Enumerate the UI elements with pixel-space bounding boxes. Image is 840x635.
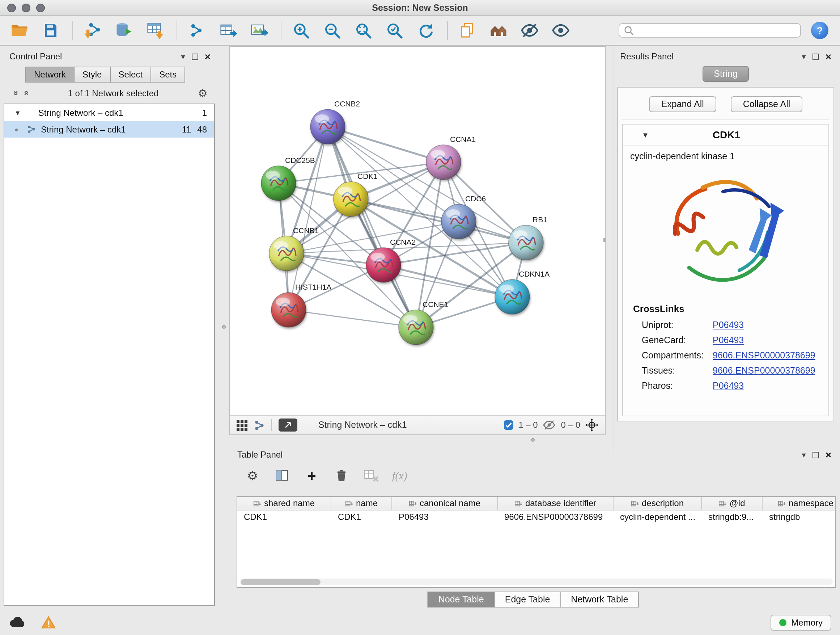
table-settings-button[interactable]: ⚙ (244, 467, 261, 485)
network-node-RB1[interactable]: RB1 (508, 215, 547, 260)
close-panel-icon[interactable]: × (826, 51, 831, 62)
import-table-button[interactable] (144, 19, 166, 41)
collapse-all-networks-icon[interactable]: » (21, 90, 32, 96)
column-header-name[interactable]: name (332, 497, 392, 510)
search-box[interactable] (619, 23, 801, 38)
splitter-handle[interactable] (531, 438, 535, 442)
collection-disclosure-icon[interactable]: ▼ (14, 109, 21, 116)
column-header--id[interactable]: @id (702, 497, 763, 510)
zoom-selected-button[interactable] (384, 19, 405, 41)
float-panel-icon[interactable] (813, 451, 819, 458)
close-window-button[interactable] (7, 4, 16, 12)
table-row[interactable]: CDK1CDK1P064939606.ENSP00000378699cyclin… (237, 510, 835, 524)
apply-function-button[interactable]: f(x) (392, 467, 407, 485)
collapse-panel-icon[interactable]: ▾ (802, 52, 806, 60)
zoom-fit-button[interactable] (352, 19, 374, 41)
table-tab-edge-table[interactable]: Edge Table (494, 592, 561, 608)
export-image-button[interactable] (248, 19, 270, 41)
search-input[interactable] (638, 26, 796, 35)
network-list: ▼ String Network – cdk1 1 ● String Netwo… (4, 103, 215, 606)
scrollbar-thumb[interactable] (241, 579, 321, 585)
duplicate-network-button[interactable] (456, 19, 478, 41)
control-panel-tab-select[interactable]: Select (110, 67, 150, 82)
control-panel-tab-style[interactable]: Style (74, 67, 110, 82)
close-panel-icon[interactable]: × (826, 450, 831, 460)
network-edge[interactable] (328, 127, 444, 162)
open-session-button[interactable] (9, 19, 30, 41)
column-header-canonical-name[interactable]: canonical name (392, 497, 498, 510)
export-table-button[interactable] (217, 19, 239, 41)
warnings-button[interactable] (41, 614, 57, 630)
minimize-window-button[interactable] (22, 4, 30, 12)
node-label: RB1 (532, 215, 547, 224)
collapse-panel-icon[interactable]: ▾ (181, 52, 185, 60)
network-node-HIST1H1A[interactable]: HIST1H1A (271, 283, 332, 327)
expand-all-button[interactable]: Expand All (649, 96, 716, 112)
crosslink-link[interactable]: 9606.ENSP00000378699 (713, 350, 815, 360)
fit-content-crosshair-icon[interactable] (585, 418, 598, 432)
share-nodes-icon (188, 22, 205, 39)
zoom-window-button[interactable] (36, 4, 45, 12)
network-overview-button[interactable] (254, 420, 265, 431)
control-panel: Control Panel ▾ × NetworkStyleSelectSets… (4, 46, 215, 606)
create-column-button[interactable]: + (303, 467, 321, 485)
cloud-status-button[interactable] (9, 614, 26, 631)
protein-disclosure-icon[interactable]: ▼ (642, 131, 649, 139)
memory-button[interactable]: Memory (770, 614, 831, 630)
plus-icon: + (308, 469, 316, 483)
hidden-eye-slash-icon (543, 418, 556, 432)
delete-column-button[interactable] (333, 467, 350, 485)
first-neighbors-button[interactable] (488, 19, 509, 41)
network-node-CDC25B[interactable]: CDC25B (261, 156, 315, 201)
float-panel-icon[interactable] (813, 53, 819, 60)
results-tab-string[interactable]: String (702, 66, 749, 82)
crosslink-link[interactable]: 9606.ENSP00000378699 (713, 365, 815, 375)
network-edge[interactable] (351, 199, 526, 242)
export-network-view-button[interactable] (279, 418, 297, 432)
close-panel-icon[interactable]: × (205, 51, 210, 62)
birdseye-view-button[interactable] (237, 420, 248, 431)
table-tab-network-table[interactable]: Network Table (560, 592, 639, 608)
control-panel-tab-network[interactable]: Network (25, 67, 74, 82)
zoom-out-button[interactable] (321, 19, 343, 41)
network-edge[interactable] (289, 310, 416, 327)
crosslink-link[interactable]: P06493 (713, 380, 744, 391)
collapse-panel-icon[interactable]: ▾ (802, 451, 806, 459)
results-panel-title: Results Panel (620, 51, 674, 62)
network-node-CCNA1[interactable]: CCNA1 (426, 135, 476, 180)
crosslink-link[interactable]: P06493 (713, 335, 744, 345)
collapse-all-button[interactable]: Collapse All (731, 96, 803, 112)
network-row[interactable]: ● String Network – cdk1 11 48 (4, 121, 214, 138)
save-session-button[interactable] (40, 19, 62, 41)
delete-table-button[interactable] (363, 467, 380, 485)
crosslink-link[interactable]: P06493 (713, 320, 744, 330)
network-node-CDKN1A[interactable]: CDKN1A (495, 270, 549, 314)
column-header-database-identifier[interactable]: database identifier (498, 497, 614, 510)
float-panel-icon[interactable] (192, 53, 198, 60)
network-collection-row[interactable]: ▼ String Network – cdk1 1 (4, 104, 214, 121)
horizontal-scrollbar[interactable] (240, 578, 833, 585)
column-header-description[interactable]: description (614, 497, 702, 510)
splitter-handle[interactable] (603, 238, 606, 242)
import-network-database-button[interactable] (113, 19, 134, 41)
network-node-CCNB2[interactable]: CCNB2 (310, 100, 360, 144)
control-panel-tab-sets[interactable]: Sets (150, 67, 185, 82)
column-header-shared-name[interactable]: shared name (237, 497, 332, 510)
column-header-namespace[interactable]: namespace (763, 497, 836, 510)
network-node-CDK1[interactable]: CDK1 (333, 172, 378, 217)
import-network-file-button[interactable] (82, 19, 103, 41)
zoom-in-button[interactable] (290, 19, 312, 41)
hide-selected-button[interactable] (519, 19, 540, 41)
table-tab-node-table[interactable]: Node Table (428, 592, 494, 608)
splitter-handle[interactable] (222, 325, 226, 329)
table-cell: stringdb:9... (702, 510, 763, 524)
network-options-gear-icon[interactable]: ⚙ (198, 88, 208, 98)
network-graph[interactable]: CCNB2CCNA1CDC25BCDK1CDC6RB1CCNB1CCNA2CDK… (230, 47, 605, 415)
help-button[interactable]: ? (811, 22, 829, 39)
new-network-from-selection-button[interactable] (186, 19, 208, 41)
show-columns-button[interactable] (273, 467, 291, 485)
apply-layout-button[interactable] (415, 19, 436, 41)
selected-checkbox-icon[interactable] (503, 420, 513, 430)
show-all-button[interactable] (550, 19, 572, 41)
network-edge[interactable] (328, 127, 416, 327)
